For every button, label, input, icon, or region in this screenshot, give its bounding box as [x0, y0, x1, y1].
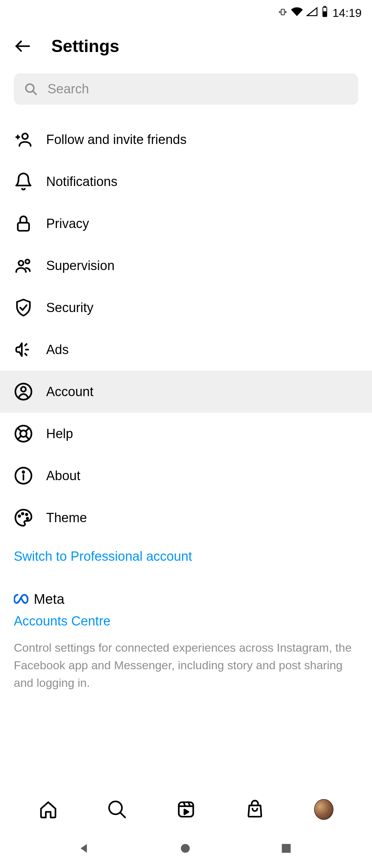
search-input[interactable]: [48, 82, 348, 96]
megaphone-icon: [14, 340, 33, 359]
lock-icon: [14, 214, 33, 233]
people-icon: [14, 256, 33, 275]
user-circle-icon: [14, 382, 33, 401]
svg-line-24: [18, 428, 21, 432]
svg-line-27: [18, 436, 21, 440]
system-nav: [0, 830, 372, 868]
bottom-nav: [0, 789, 372, 830]
item-label: Follow and invite friends: [46, 132, 187, 147]
nav-home[interactable]: [39, 800, 58, 819]
item-label: Security: [46, 300, 93, 315]
svg-rect-14: [18, 223, 29, 231]
settings-item-notifications[interactable]: Notifications: [0, 161, 372, 203]
item-label: Notifications: [46, 174, 117, 189]
vibrate-icon: [278, 6, 288, 20]
svg-rect-7: [323, 12, 327, 16]
svg-rect-37: [179, 802, 193, 817]
nav-search[interactable]: [107, 800, 127, 819]
meta-infinity-icon: [14, 593, 31, 606]
nav-profile[interactable]: [314, 800, 333, 819]
svg-line-26: [26, 428, 29, 432]
battery-icon: [321, 6, 328, 20]
svg-point-32: [22, 513, 23, 515]
settings-item-ads[interactable]: Ads: [0, 329, 372, 371]
settings-item-privacy[interactable]: Privacy: [0, 203, 372, 245]
bell-icon: [14, 172, 33, 191]
svg-point-15: [19, 261, 23, 266]
svg-point-34: [27, 518, 28, 519]
item-label: Help: [46, 426, 73, 441]
status-bar: 14:19: [0, 0, 372, 26]
svg-rect-6: [324, 6, 326, 7]
system-back[interactable]: [77, 841, 93, 857]
shield-check-icon: [14, 298, 33, 317]
profile-avatar: [314, 799, 333, 820]
info-icon: [14, 466, 33, 485]
switch-professional-link[interactable]: Switch to Professional account: [0, 539, 372, 574]
meta-description: Control settings for connected experienc…: [14, 639, 358, 692]
settings-item-account[interactable]: Account: [0, 371, 372, 413]
palette-icon: [14, 508, 33, 527]
accounts-centre-link[interactable]: Accounts Centre: [14, 614, 358, 629]
settings-list: Follow and invite friends Notifications …: [0, 118, 372, 789]
svg-line-19: [25, 354, 27, 355]
life-ring-icon: [14, 424, 33, 443]
item-label: Theme: [46, 510, 87, 525]
search-icon: [24, 82, 38, 96]
svg-point-30: [23, 471, 24, 473]
search-container[interactable]: [14, 73, 358, 105]
nav-reels[interactable]: [176, 800, 196, 819]
nav-shop[interactable]: [245, 800, 265, 819]
svg-point-11: [22, 134, 28, 139]
item-label: Account: [46, 384, 93, 399]
svg-line-36: [120, 813, 125, 817]
wifi-icon: [291, 6, 303, 20]
back-button[interactable]: [13, 37, 32, 56]
settings-item-security[interactable]: Security: [0, 287, 372, 329]
status-time: 14:19: [332, 6, 362, 20]
status-icons: [278, 6, 328, 20]
cellular-icon: [306, 6, 318, 20]
svg-point-16: [25, 260, 30, 264]
settings-item-help[interactable]: Help: [0, 413, 372, 455]
svg-point-21: [21, 387, 26, 392]
item-label: About: [46, 468, 80, 483]
header: Settings: [0, 26, 372, 73]
item-label: Privacy: [46, 216, 89, 231]
svg-line-10: [33, 91, 36, 94]
svg-marker-42: [81, 844, 87, 853]
svg-line-25: [26, 436, 29, 440]
meta-logo: Meta: [14, 591, 358, 607]
svg-point-33: [26, 514, 28, 515]
item-label: Ads: [46, 342, 69, 357]
settings-item-about[interactable]: About: [0, 455, 372, 497]
page-title: Settings: [51, 36, 119, 56]
system-recent[interactable]: [279, 841, 295, 857]
svg-marker-41: [184, 809, 188, 814]
person-add-icon: [14, 130, 33, 149]
svg-point-31: [19, 515, 20, 517]
svg-point-43: [181, 844, 190, 853]
svg-line-17: [25, 344, 27, 346]
svg-rect-44: [282, 844, 291, 853]
system-home[interactable]: [178, 841, 194, 857]
meta-section: Meta Accounts Centre Control settings fo…: [0, 574, 372, 692]
item-label: Supervision: [46, 258, 115, 273]
settings-item-supervision[interactable]: Supervision: [0, 245, 372, 287]
settings-item-theme[interactable]: Theme: [0, 497, 372, 539]
settings-item-follow-invite[interactable]: Follow and invite friends: [0, 118, 372, 161]
meta-brand-text: Meta: [34, 591, 64, 607]
svg-rect-0: [281, 9, 284, 15]
